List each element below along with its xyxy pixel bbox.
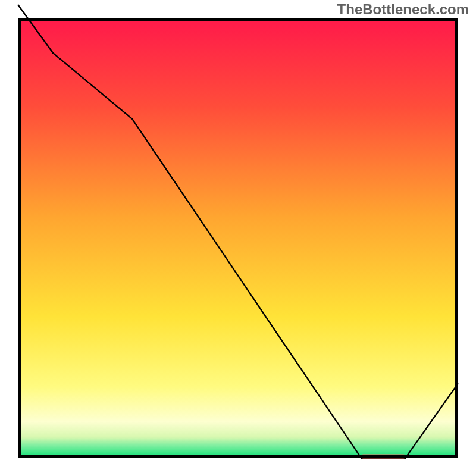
chart-container: TheBottleneck.com bbox=[0, 0, 476, 476]
bottleneck-curve-chart bbox=[0, 0, 476, 476]
plot-background bbox=[20, 20, 457, 457]
